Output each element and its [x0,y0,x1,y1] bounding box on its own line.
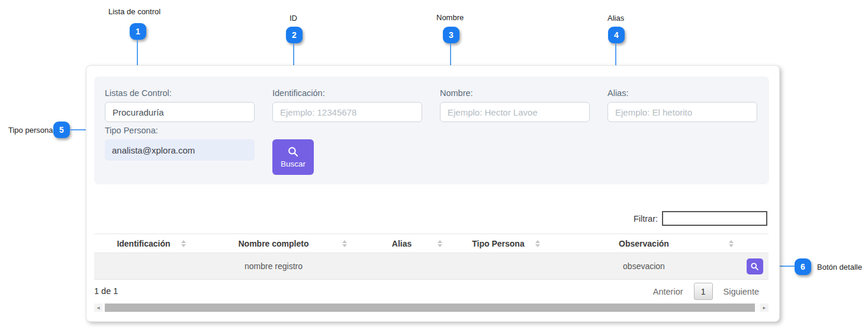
sort-icon [438,240,442,247]
cell-actions [741,253,769,279]
callout-label-boton-detalle: Botón detalle [817,263,862,271]
sort-icon [729,240,734,247]
scrollbar-left-arrow-icon[interactable]: ◄ [94,304,102,312]
column-header-identificacion[interactable]: Identificación [94,234,193,253]
callout-label-nombre: Nombre [436,13,464,22]
column-header-nombre-completo[interactable]: Nombre completo [193,234,354,253]
sort-icon [342,240,347,247]
field-group-listas-control: Listas de Control: [105,88,255,122]
nombre-input[interactable] [440,102,590,122]
horizontal-scrollbar: ◄ ► [94,304,769,312]
pagination-prev-button[interactable]: Anterior [653,287,683,296]
listas-control-input[interactable] [105,102,255,122]
alias-label: Alias: [607,88,757,98]
field-group-identificacion: Identificación: [272,88,422,122]
buscar-button-label: Buscar [281,159,306,168]
results-table: Identificación Nombre completo Alias Tip… [94,234,769,280]
callout-label-tipo-persona: Tipo persona [8,126,53,135]
sort-icon [535,240,540,247]
page: Lista de control 1 ID 2 Nombre 3 Alias 4… [0,0,868,329]
search-icon [750,262,759,271]
filter-input[interactable] [662,211,767,226]
search-form-panel: Listas de Control: Identificación: Nombr… [94,76,769,184]
buscar-button[interactable]: Buscar [272,139,314,175]
field-group-nombre: Nombre: [440,88,590,122]
callout-label-alias: Alias [607,14,624,23]
callout-badge-6: 6 [795,258,811,275]
detail-button[interactable] [747,258,763,274]
callout-label-lista-de-control: Lista de control [108,7,160,16]
column-header-alias[interactable]: Alias [354,234,449,253]
field-group-tipo-persona: Tipo Persona: [105,126,255,161]
callout-badge-2: 2 [286,27,303,43]
column-header-actions [741,234,769,253]
pagination-controls: Anterior 1 Siguiente [653,283,759,300]
cell-observacion: obsevacion [547,253,741,279]
pagination-page-1-button[interactable]: 1 [694,283,713,300]
main-panel: Listas de Control: Identificación: Nombr… [86,65,780,322]
cell-tipo-persona [449,253,547,279]
callout-label-id: ID [290,14,297,23]
field-group-alias: Alias: [607,88,757,122]
tipo-persona-input[interactable] [105,139,255,161]
scrollbar-thumb[interactable] [105,304,755,312]
search-icon [287,146,299,158]
alias-input[interactable] [607,102,757,122]
cell-alias [354,253,449,279]
pagination-info: 1 de 1 [94,286,118,296]
identificacion-label: Identificación: [272,88,422,98]
callout-badge-4: 4 [608,27,625,43]
table-header-row: Identificación Nombre completo Alias Tip… [94,234,769,253]
cell-nombre-completo: nombre registro [193,253,354,279]
identificacion-input[interactable] [272,102,422,122]
sort-icon [181,240,186,247]
callout-badge-1: 1 [130,23,146,40]
column-header-observacion[interactable]: Observación [547,234,741,253]
table-row: nombre registro obsevacion [94,253,769,280]
tipo-persona-label: Tipo Persona: [105,126,255,135]
cell-identificacion [94,253,193,279]
filter-label: Filtrar: [634,214,658,223]
nombre-label: Nombre: [440,88,590,98]
callout-badge-5: 5 [53,122,70,138]
scrollbar-right-arrow-icon[interactable]: ► [760,304,769,312]
listas-control-label: Listas de Control: [105,88,255,98]
callout-badge-3: 3 [443,27,459,43]
filter-row: Filtrar: [634,211,767,226]
pagination-next-button[interactable]: Siguiente [724,287,759,296]
column-header-tipo-persona[interactable]: Tipo Persona [449,234,547,253]
